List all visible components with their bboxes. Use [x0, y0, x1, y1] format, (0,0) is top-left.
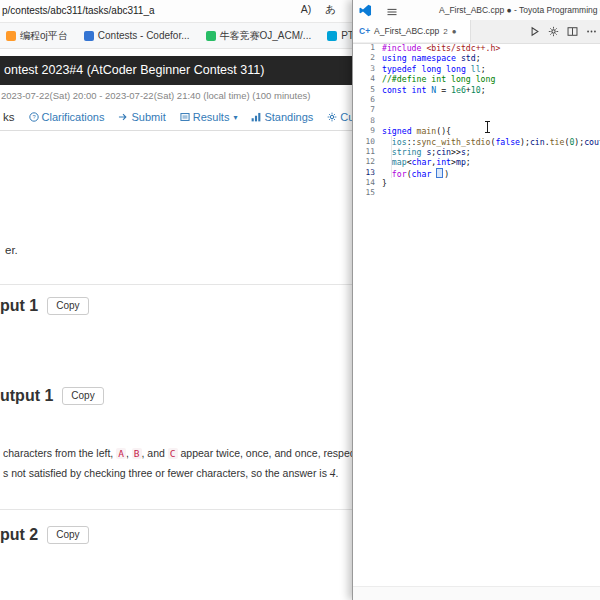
token: typedef [382, 64, 417, 74]
code-line[interactable]: 9signed main(){ [353, 126, 600, 136]
code-line[interactable]: 7 [353, 105, 600, 115]
bookmark-item[interactable]: PTA | 程序设计... [327, 29, 352, 43]
indent-guide [391, 136, 392, 178]
bookmark-item[interactable]: 牛客竞赛OJ_ACM/... [206, 29, 312, 43]
token: namespace [412, 53, 456, 63]
code-line[interactable]: 4//#define int long long [353, 74, 600, 84]
token: ios [392, 137, 407, 147]
code-line[interactable]: 14} [353, 178, 600, 188]
nav-tab-tasks[interactable]: ks [3, 111, 15, 123]
nav-link-label: Standings [264, 111, 313, 123]
code-line[interactable]: 8 [353, 116, 600, 126]
token: } [382, 178, 387, 188]
settings-gear-icon[interactable] [548, 26, 559, 37]
nav-link-label: Results [193, 111, 230, 123]
token: ) [444, 169, 449, 179]
vscode-logo-icon [359, 3, 372, 21]
code-editor[interactable]: 1#include <bits/stdc++.h>2using namespac… [353, 43, 600, 587]
line-number: 10 [353, 137, 382, 147]
token: cin [436, 147, 451, 157]
code-line[interactable]: 3typedef long long ll; [353, 64, 600, 74]
line-number: 14 [353, 178, 382, 188]
contest-time: 2023-07-22(Sat) 20:00 - 2023-07-22(Sat) … [1, 90, 310, 101]
token: long [446, 64, 466, 74]
token: 10 [471, 85, 481, 95]
run-button[interactable] [529, 26, 540, 37]
text-run: s not satisfied by checking three or few… [3, 467, 330, 479]
token: cout [584, 137, 600, 147]
inline-code: C [168, 448, 178, 459]
more-actions-icon[interactable] [586, 26, 597, 37]
bookmark-item[interactable]: Contests - Codefor... [84, 30, 190, 41]
token: ; [476, 53, 481, 63]
tab-badge: 2 [443, 27, 447, 36]
token: //#define int long long [382, 74, 495, 84]
token: int [436, 157, 451, 167]
standings-icon [251, 112, 261, 122]
token: map [392, 157, 407, 167]
token: signed [382, 126, 412, 136]
sample-output-1-header: utput 1 Copy [0, 385, 104, 407]
submit-icon [118, 112, 128, 122]
copy-button[interactable]: Copy [47, 526, 88, 544]
text-run: , and [142, 447, 168, 459]
bookmark-label: PTA | 程序设计... [341, 29, 352, 43]
nav-link-results[interactable]: Results▾ [180, 111, 238, 123]
code-text: //#define int long long [382, 74, 495, 84]
line-number: 8 [353, 116, 382, 126]
code-line[interactable]: 15 [353, 188, 600, 198]
translate-icon[interactable]: あ [325, 3, 336, 17]
custom-test-icon [327, 112, 337, 122]
copy-button[interactable]: Copy [47, 297, 88, 315]
token: (){ [436, 126, 451, 136]
token: >> [451, 147, 461, 157]
code-line[interactable]: 6 [353, 95, 600, 105]
code-text: #include <bits/stdc++.h> [382, 43, 500, 53]
code-text: signed main(){ [382, 126, 451, 136]
nav-link-standings[interactable]: Standings [251, 111, 313, 123]
address-url[interactable]: p/contests/abc311/tasks/abc311_a [2, 5, 155, 16]
tab-label: A_First_ABC.cpp [374, 26, 439, 36]
text-run: , [126, 447, 132, 459]
contest-nav: ks ?ClarificationsSubmitResults▾Standing… [0, 104, 352, 131]
token: ); [574, 137, 584, 147]
token: int [412, 85, 427, 95]
code-text: string s;cin>>s; [382, 147, 471, 157]
browser-window: p/contests/abc311/tasks/abc311_a A) あ 编程… [0, 0, 352, 600]
token: :: [407, 137, 417, 147]
token: ll [471, 64, 481, 74]
token: long [421, 64, 441, 74]
bookmark-favicon-icon [6, 31, 16, 41]
code-line[interactable]: 1#include <bits/stdc++.h> [353, 43, 600, 53]
token: char [412, 169, 432, 179]
text-run: appear twice, once, and once, respect [178, 447, 352, 459]
nav-link-submit[interactable]: Submit [118, 111, 165, 123]
nav-link-label: Clarifications [42, 111, 105, 123]
token: ; [466, 157, 471, 167]
nav-link-custom[interactable]: Custom [327, 111, 352, 123]
section-divider [0, 509, 352, 510]
copy-button[interactable]: Copy [62, 387, 103, 405]
cpp-file-icon: C+ [359, 26, 370, 36]
bookmarks-bar: 编程oj平台Contests - Codefor...牛客竞赛OJ_ACM/..… [0, 23, 352, 49]
line-number: 9 [353, 126, 382, 136]
browser-address-bar: p/contests/abc311/tasks/abc311_a A) あ [0, 0, 352, 23]
line-number: 3 [353, 64, 382, 74]
code-line[interactable]: 2using namespace std; [353, 53, 600, 63]
line-number: 1 [353, 43, 382, 53]
split-editor-icon[interactable] [567, 26, 578, 37]
editor-bottom-strip [353, 586, 600, 600]
text-run: characters from the left, [3, 447, 116, 459]
bookmark-item[interactable]: 编程oj平台 [6, 29, 68, 43]
bookmark-label: 编程oj平台 [20, 29, 68, 43]
bookmark-favicon-icon [206, 31, 216, 41]
nav-link-clarifications[interactable]: ?Clarifications [29, 111, 105, 123]
code-text: typedef long long ll; [382, 64, 486, 74]
line-number: 15 [353, 188, 382, 198]
code-line[interactable]: 5const int N = 1e6+10; [353, 85, 600, 95]
read-aloud-icon[interactable]: A) [301, 3, 312, 17]
token: for [392, 169, 407, 179]
inline-code: B [132, 448, 142, 459]
tab-a-first-abc-cpp[interactable]: C+ A_First_ABC.cpp 2 ● [353, 20, 471, 42]
token: sync_with_stdio [417, 137, 491, 147]
